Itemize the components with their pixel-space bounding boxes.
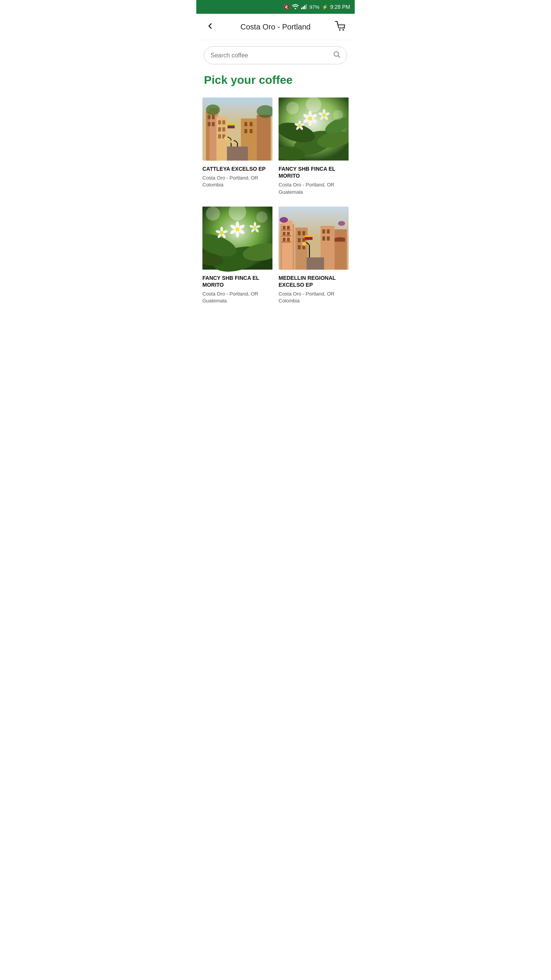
- svg-rect-2: [303, 7, 304, 9]
- search-input[interactable]: [210, 52, 333, 59]
- svg-rect-36: [227, 147, 248, 161]
- svg-point-63: [298, 124, 301, 127]
- svg-point-125: [338, 221, 345, 226]
- section-title: Pick your coffee: [196, 70, 355, 93]
- svg-point-30: [224, 136, 228, 140]
- battery-icon: ⚡: [322, 4, 328, 10]
- svg-rect-115: [327, 229, 329, 234]
- status-bar: 🔇 97% ⚡ 9:28 PM: [196, 0, 355, 14]
- svg-point-66: [306, 97, 321, 112]
- coffee-name-2: FANCY SHB FINCA EL MORITO: [279, 165, 349, 179]
- svg-rect-118: [334, 229, 347, 270]
- svg-rect-103: [281, 229, 291, 231]
- coffee-name-3: FANCY SHB FINCA EL MORITO: [202, 274, 272, 288]
- search-icon: [333, 51, 341, 60]
- svg-rect-126: [306, 257, 324, 270]
- svg-rect-106: [295, 227, 308, 270]
- mute-icon: 🔇: [283, 4, 290, 10]
- cart-button[interactable]: [335, 21, 347, 33]
- coffee-card[interactable]: MEDELLIN REGIONAL EXCELSO EP Costa Oro -…: [279, 202, 349, 305]
- svg-rect-99: [283, 232, 285, 235]
- svg-rect-1: [301, 8, 302, 9]
- coffee-name-1: CATTLEYA EXCELSO EP: [202, 165, 272, 172]
- svg-line-8: [338, 56, 340, 58]
- svg-rect-27: [250, 129, 253, 133]
- svg-point-6: [342, 29, 344, 31]
- svg-rect-14: [208, 122, 210, 126]
- svg-rect-105: [281, 241, 291, 243]
- battery-level: 97%: [310, 4, 320, 10]
- svg-rect-18: [222, 120, 225, 124]
- svg-rect-108: [302, 231, 305, 235]
- svg-rect-117: [327, 236, 329, 240]
- coffee-store-4: Costa Oro - Portland, OR Colombia: [279, 291, 349, 304]
- svg-rect-24: [245, 122, 247, 126]
- svg-rect-100: [287, 232, 290, 235]
- cart-icon: [335, 21, 347, 32]
- svg-rect-21: [218, 134, 221, 139]
- header-title: Costa Oro - Portland: [240, 23, 310, 31]
- coffee-card[interactable]: FANCY SHB FINCA EL MORITO Costa Oro - Po…: [279, 93, 349, 196]
- svg-rect-4: [306, 4, 307, 9]
- svg-point-32: [230, 140, 234, 143]
- coffee-image-1: [202, 93, 272, 165]
- svg-rect-101: [283, 238, 285, 241]
- svg-rect-25: [250, 122, 253, 126]
- svg-point-64: [286, 102, 299, 114]
- back-button[interactable]: [204, 20, 216, 34]
- svg-rect-121: [305, 235, 313, 237]
- svg-rect-109: [298, 238, 300, 242]
- svg-rect-114: [322, 229, 325, 234]
- svg-point-51: [308, 116, 312, 121]
- svg-point-120: [302, 242, 306, 246]
- svg-point-37: [206, 105, 220, 115]
- coffee-store-3: Costa Oro - Portland, OR Guatemala: [202, 291, 272, 304]
- svg-rect-122: [305, 237, 313, 238]
- svg-rect-111: [298, 245, 300, 249]
- svg-rect-3: [304, 5, 305, 9]
- header: Costa Oro - Portland: [196, 14, 355, 40]
- svg-rect-116: [322, 236, 325, 240]
- coffee-grid: CATTLEYA EXCELSO EP Costa Oro - Portland…: [196, 93, 355, 312]
- svg-rect-107: [298, 231, 300, 235]
- svg-rect-97: [283, 226, 285, 229]
- svg-rect-26: [245, 129, 247, 133]
- svg-rect-19: [218, 127, 221, 131]
- svg-rect-35: [228, 127, 235, 129]
- svg-point-84: [220, 231, 223, 234]
- svg-rect-34: [228, 126, 235, 127]
- svg-rect-12: [208, 115, 210, 119]
- svg-rect-20: [222, 127, 225, 131]
- svg-rect-104: [281, 235, 291, 237]
- svg-point-57: [322, 113, 326, 117]
- coffee-store-1: Costa Oro - Portland, OR Colombia: [202, 175, 272, 188]
- svg-point-91: [206, 206, 220, 220]
- coffee-name-4: MEDELLIN REGIONAL EXCELSO EP: [279, 274, 349, 288]
- svg-point-93: [229, 203, 246, 220]
- status-time: 9:28 PM: [330, 4, 350, 10]
- coffee-image-3: [202, 202, 272, 274]
- signal-icon: [301, 4, 307, 10]
- svg-rect-102: [287, 238, 290, 241]
- search-bar: [204, 46, 347, 64]
- wifi-icon: [292, 4, 299, 10]
- svg-point-65: [333, 110, 343, 120]
- svg-rect-28: [257, 115, 271, 160]
- svg-point-78: [235, 227, 240, 231]
- svg-rect-33: [228, 124, 235, 126]
- coffee-store-2: Costa Oro - Portland, OR Guatemala: [279, 181, 349, 195]
- svg-point-5: [339, 29, 341, 31]
- coffee-card[interactable]: FANCY SHB FINCA EL MORITO Costa Oro - Po…: [202, 202, 272, 305]
- search-container: [196, 40, 355, 70]
- coffee-card[interactable]: CATTLEYA EXCELSO EP Costa Oro - Portland…: [202, 93, 272, 196]
- svg-rect-123: [305, 238, 313, 240]
- svg-rect-13: [212, 115, 215, 119]
- svg-rect-17: [218, 120, 221, 124]
- status-icons: 🔇 97% ⚡ 9:28 PM: [283, 4, 350, 10]
- coffee-image-4: [279, 202, 349, 274]
- svg-point-0: [295, 8, 296, 9]
- svg-point-90: [253, 226, 256, 229]
- svg-rect-15: [212, 122, 215, 126]
- svg-point-124: [280, 217, 288, 223]
- svg-point-92: [256, 211, 267, 222]
